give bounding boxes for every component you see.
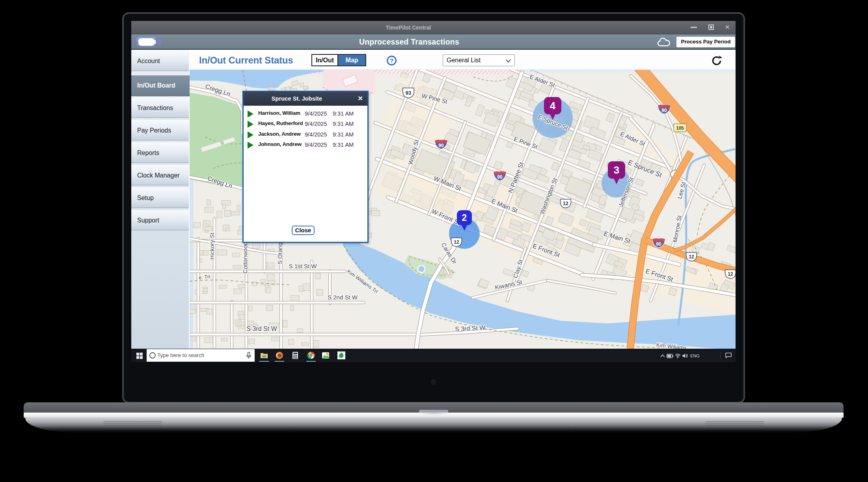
svg-text:S 3rd St W: S 3rd St W bbox=[246, 325, 277, 332]
svg-text:2: 2 bbox=[462, 213, 467, 223]
svg-text:12: 12 bbox=[454, 239, 459, 245]
svg-text:90: 90 bbox=[438, 143, 444, 148]
svg-text:4: 4 bbox=[550, 100, 556, 112]
svg-text:90: 90 bbox=[656, 241, 661, 247]
svg-text:93: 93 bbox=[406, 90, 411, 96]
svg-text:90: 90 bbox=[497, 174, 503, 180]
svg-text:90: 90 bbox=[661, 108, 667, 113]
svg-text:12: 12 bbox=[689, 254, 694, 260]
svg-text:S 2nd St W: S 2nd St W bbox=[328, 294, 358, 301]
svg-text:S 1st St W: S 1st St W bbox=[289, 263, 317, 269]
svg-text:12: 12 bbox=[563, 201, 568, 206]
svg-text:Hickory St: Hickory St bbox=[209, 232, 215, 260]
svg-text:e. Trl: e. Trl bbox=[199, 274, 210, 280]
svg-text:105: 105 bbox=[676, 125, 684, 131]
svg-text:3: 3 bbox=[614, 164, 619, 176]
svg-text:12: 12 bbox=[728, 271, 733, 277]
